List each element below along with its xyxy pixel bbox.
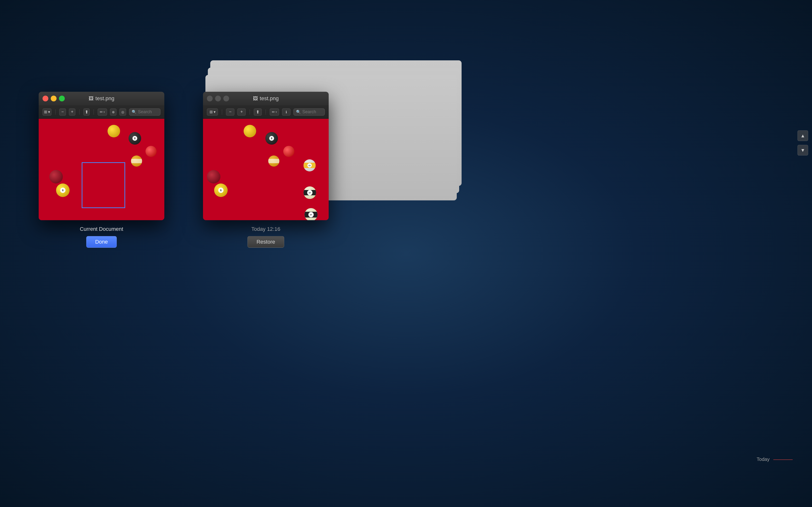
timeline-sidebar: ▲ ▼ [798, 0, 812, 507]
ball-6-right: 6 [214, 183, 227, 197]
ball-8-left: 8 [129, 132, 141, 145]
timeline-up-button[interactable]: ▲ [798, 130, 808, 141]
timeline-down-button[interactable]: ▼ [798, 145, 808, 156]
version-history-window: 🖼 test.png ⊞ ▾ − + ⬆ ✏ ▾ [203, 92, 329, 220]
search-icon-left: 🔍 [132, 110, 137, 114]
ball-red-right [283, 146, 294, 157]
share-btn-right[interactable]: ⬆ [254, 108, 262, 116]
ball-11-right: 11 [304, 159, 316, 171]
ball-maroon-right [207, 170, 220, 183]
zoom-in-btn-left[interactable]: + [69, 108, 75, 116]
window-title-left: 🖼 test.png [89, 95, 114, 102]
window-title-text-right: test.png [260, 95, 278, 102]
left-window-actions: Done [39, 236, 164, 248]
timeline-label: Today [757, 457, 793, 462]
search-input-left[interactable] [138, 109, 158, 114]
search-field-right[interactable]: 🔍 [293, 108, 325, 116]
sep1-right [222, 109, 222, 115]
stamp-btn-left[interactable]: ⊕ [110, 108, 117, 116]
sep1-left [55, 109, 56, 115]
markup-btn-left[interactable]: ✏ ▾ [98, 108, 107, 116]
ball-yellow-right [244, 125, 256, 137]
close-button-left[interactable] [43, 96, 48, 101]
search-field-left[interactable]: 🔍 [129, 108, 160, 116]
restore-button[interactable]: Restore [248, 236, 284, 248]
zoom-in-btn-right[interactable]: + [237, 108, 246, 116]
current-document-container: 🖼 test.png ⊞ ▾ − + ⬆ ✏ ▾ [39, 92, 164, 248]
right-window-container: 🖼 test.png ⊞ ▾ − + ⬆ ✏ ▾ [203, 92, 329, 248]
sep2-left [79, 109, 80, 115]
toolbar-left: ⊞ ▾ − + ⬆ ✏ ▾ ⊕ ◎ 🔍 [39, 105, 164, 119]
window-group: 🖼 test.png ⊞ ▾ − + ⬆ ✏ ▾ [39, 92, 329, 248]
search-icon-right: 🔍 [296, 110, 301, 114]
current-document-label: Current Document [39, 226, 164, 232]
titlebar-right: 🖼 test.png [203, 92, 329, 105]
sidebar-toggle-right[interactable]: ⊞ ▾ [207, 108, 218, 116]
maximize-button-right[interactable] [223, 96, 229, 101]
version-history-label: Today 12:16 [203, 226, 329, 232]
done-button[interactable]: Done [86, 236, 117, 248]
ball-striped-left [131, 156, 142, 167]
zoom-out-btn-right[interactable]: − [226, 108, 235, 116]
traffic-lights-left [43, 96, 65, 101]
markup-btn-right[interactable]: ✏ ▾ [270, 108, 279, 116]
ball-yellow-left [108, 125, 120, 137]
selection-rectangle [82, 162, 125, 208]
titlebar-left: 🖼 test.png [39, 92, 164, 105]
ball-red-left [146, 146, 157, 157]
file-icon-left: 🖼 [89, 96, 94, 101]
sep2-right [250, 109, 250, 115]
right-window-actions: Restore [203, 236, 329, 248]
traffic-lights-right [207, 96, 229, 101]
maximize-button-left[interactable] [59, 96, 65, 101]
ball-st2-right: ST [305, 208, 317, 220]
annotate-btn-left[interactable]: ◎ [119, 108, 126, 116]
zoom-out-btn-left[interactable]: − [59, 108, 66, 116]
toolbar-right: ⊞ ▾ − + ⬆ ✏ ▾ ℹ 🔍 [203, 105, 329, 119]
ball-8-right: 8 [265, 132, 278, 145]
share-btn-left[interactable]: ⬆ [83, 108, 90, 116]
ball-striped-right [268, 156, 280, 167]
search-input-right[interactable] [302, 109, 322, 114]
current-document-window: 🖼 test.png ⊞ ▾ − + ⬆ ✏ ▾ [39, 92, 164, 220]
window-title-right: 🖼 test.png [253, 95, 278, 102]
info-btn-right[interactable]: ℹ [282, 108, 291, 116]
close-button-right[interactable] [207, 96, 213, 101]
file-icon-right: 🖼 [253, 96, 258, 101]
sidebar-toggle-left[interactable]: ⊞ ▾ [43, 108, 51, 116]
ball-st1-right: ST [304, 186, 316, 199]
content-area-left: 8 11 6 [39, 119, 164, 220]
content-area-right: 8 11 6 [203, 119, 329, 220]
minimize-button-left[interactable] [51, 96, 57, 101]
ball-maroon-left [49, 170, 63, 183]
desktop: 🖼 test.png ⊞ ▾ − + ⬆ ✏ ▾ [0, 0, 812, 507]
window-title-text-left: test.png [95, 95, 114, 102]
minimize-button-right[interactable] [215, 96, 221, 101]
ball-6-left: 6 [56, 183, 69, 197]
